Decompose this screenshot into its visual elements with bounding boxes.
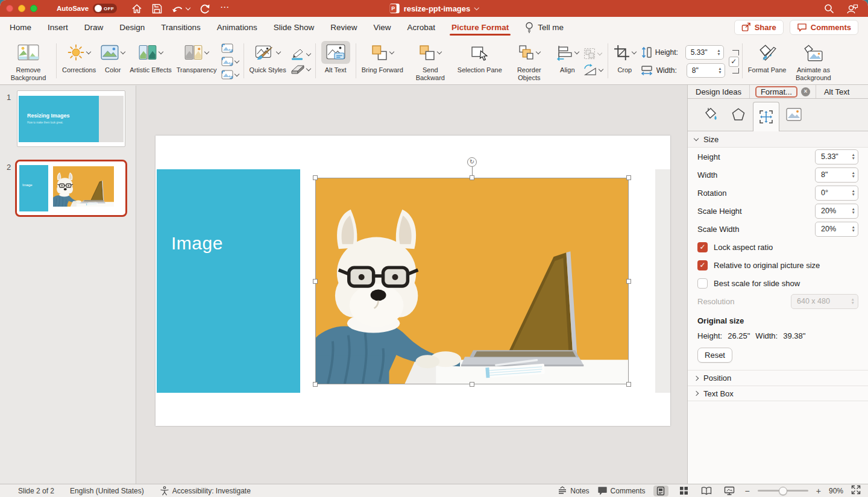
share-button[interactable]: Share xyxy=(734,20,784,35)
position-section-header[interactable]: Position xyxy=(688,370,868,386)
selection-pane-button[interactable]: Selection Pane xyxy=(455,39,505,84)
effects-tab[interactable] xyxy=(725,102,752,127)
close-pane-icon[interactable]: × xyxy=(801,87,810,96)
search-icon[interactable] xyxy=(824,4,834,14)
tab-tell-me[interactable]: Tell me xyxy=(525,17,564,37)
comments-button[interactable]: Comments xyxy=(790,20,858,35)
alt-text-button[interactable]: Alt Text xyxy=(319,39,353,84)
fill-line-tab[interactable] xyxy=(697,102,724,127)
tab-transitions[interactable]: Transitions xyxy=(161,17,201,37)
rotation-handle[interactable]: ↻ xyxy=(467,157,477,167)
lock-aspect-ratio-row[interactable]: ✓ Lock aspect ratio xyxy=(688,238,868,256)
tab-slide-show[interactable]: Slide Show xyxy=(274,17,315,37)
presence-people-icon[interactable] xyxy=(846,4,858,14)
zoom-out-button[interactable]: − xyxy=(745,486,750,496)
slide-2-canvas[interactable]: Image ↻ xyxy=(156,136,670,426)
size-section-header[interactable]: Size xyxy=(688,131,868,148)
quick-styles-button[interactable]: Quick Styles xyxy=(247,39,289,84)
minimize-window-button[interactable] xyxy=(18,5,25,12)
reading-view-button[interactable] xyxy=(699,486,714,496)
pane-height-stepper[interactable]: ▲▼ xyxy=(852,153,855,160)
pane-rotation-input[interactable]: 0°▲▼ xyxy=(815,186,858,201)
resize-handle-middle-left[interactable] xyxy=(313,279,318,284)
notes-toggle[interactable]: Notes xyxy=(558,486,589,495)
language-indicator[interactable]: English (United States) xyxy=(70,487,144,495)
autosave-switch[interactable]: OFF xyxy=(93,4,117,13)
zoom-slider-knob[interactable] xyxy=(779,487,787,495)
corrections-button[interactable]: Corrections xyxy=(60,39,98,84)
accessibility-status[interactable]: Accessibility: Investigate xyxy=(160,486,251,496)
picture-border-button[interactable] xyxy=(291,48,310,60)
relative-original-row[interactable]: ✓ Relative to original picture size xyxy=(688,256,868,274)
zoom-in-button[interactable]: + xyxy=(816,486,821,496)
remove-background-button[interactable]: Remove Background xyxy=(4,39,53,84)
pane-tab-format[interactable]: Format... × xyxy=(750,85,816,98)
align-button[interactable]: Align xyxy=(554,39,581,84)
pane-scale-width-input[interactable]: 20%▲▼ xyxy=(815,222,858,237)
best-scale-row[interactable]: Best scale for slide show xyxy=(688,274,868,292)
tab-design[interactable]: Design xyxy=(119,17,145,37)
tab-home[interactable]: Home xyxy=(10,17,31,37)
bring-forward-button[interactable]: Bring Forward xyxy=(359,39,406,84)
reset-picture-button[interactable] xyxy=(221,70,239,80)
picture-tab[interactable] xyxy=(781,102,807,127)
lock-aspect-checkbox-checked[interactable]: ✓ xyxy=(697,242,708,252)
tab-acrobat[interactable]: Acrobat xyxy=(407,17,436,37)
pane-rotation-stepper[interactable]: ▲▼ xyxy=(852,189,855,196)
slide-show-button[interactable] xyxy=(722,486,737,496)
animate-as-background-button[interactable]: Animate as Background xyxy=(788,39,838,84)
height-input[interactable]: 5.33"▲▼ xyxy=(685,45,724,60)
zoom-window-button[interactable] xyxy=(30,5,37,12)
aspect-checkbox[interactable]: ✓ xyxy=(729,57,739,67)
image-placeholder-shape[interactable] xyxy=(157,169,300,393)
width-input[interactable]: 8"▲▼ xyxy=(687,63,725,78)
slide-sorter-view-button[interactable] xyxy=(676,486,691,496)
home-icon[interactable] xyxy=(131,4,142,14)
format-pane-button[interactable]: Format Pane xyxy=(746,39,789,84)
ribbon-lock-aspect-checkbox[interactable]: ✓ xyxy=(729,39,739,84)
pane-scale-height-input[interactable]: 20%▲▼ xyxy=(815,204,858,219)
comments-toggle[interactable]: Comments xyxy=(597,486,646,495)
more-commands-icon[interactable]: ⋯ xyxy=(220,2,230,13)
resize-handle-bottom-middle[interactable] xyxy=(470,382,474,387)
resize-handle-top-middle[interactable] xyxy=(470,175,474,180)
relative-original-checkbox-checked[interactable]: ✓ xyxy=(697,260,708,270)
tab-picture-format[interactable]: Picture Format xyxy=(451,17,509,37)
resize-handle-bottom-right[interactable] xyxy=(626,382,631,387)
resize-handle-top-left[interactable] xyxy=(313,175,318,180)
selected-dog-picture[interactable]: ↻ xyxy=(315,178,629,384)
slide-indicator[interactable]: Slide 2 of 2 xyxy=(18,487,54,495)
text-box-section-header[interactable]: Text Box xyxy=(688,386,868,401)
best-scale-checkbox-unchecked[interactable] xyxy=(697,278,708,289)
fit-slide-button[interactable] xyxy=(851,485,861,496)
pane-scale-width-stepper[interactable]: ▲▼ xyxy=(852,225,855,233)
pane-tab-design-ideas[interactable]: Design Ideas xyxy=(688,85,749,98)
height-stepper[interactable]: ▲▼ xyxy=(717,49,720,56)
compress-pictures-button[interactable] xyxy=(221,43,239,53)
pane-scale-height-stepper[interactable]: ▲▼ xyxy=(852,207,855,214)
resize-handle-bottom-left[interactable] xyxy=(313,382,318,387)
tab-draw[interactable]: Draw xyxy=(84,17,104,37)
picture-effects-button[interactable] xyxy=(291,64,310,75)
zoom-level[interactable]: 90% xyxy=(829,487,843,495)
reset-button[interactable]: Reset xyxy=(697,348,732,363)
tab-insert[interactable]: Insert xyxy=(48,17,68,37)
color-button[interactable]: Color xyxy=(98,39,127,84)
tab-animations[interactable]: Animations xyxy=(217,17,257,37)
zoom-slider[interactable] xyxy=(758,490,808,492)
size-properties-tab[interactable] xyxy=(753,102,779,131)
close-window-button[interactable] xyxy=(6,5,13,12)
width-stepper[interactable]: ▲▼ xyxy=(718,67,722,74)
slide-2-thumbnail-selected[interactable]: Image xyxy=(15,160,127,217)
resize-handle-top-right[interactable] xyxy=(626,175,631,180)
change-picture-button[interactable] xyxy=(221,57,239,66)
transparency-button[interactable]: Transparency xyxy=(174,39,219,84)
reorder-objects-button[interactable]: Reorder Objects xyxy=(505,39,554,84)
document-title-area[interactable]: P resize-ppt-images xyxy=(390,0,479,17)
tab-review[interactable]: Review xyxy=(330,17,357,37)
title-dropdown-chevron[interactable] xyxy=(474,5,479,10)
redo-icon[interactable] xyxy=(200,4,210,14)
artistic-effects-button[interactable]: Artistic Effects xyxy=(127,39,174,84)
autosave-toggle[interactable]: AutoSave OFF xyxy=(57,4,117,13)
pane-width-stepper[interactable]: ▲▼ xyxy=(852,171,855,178)
